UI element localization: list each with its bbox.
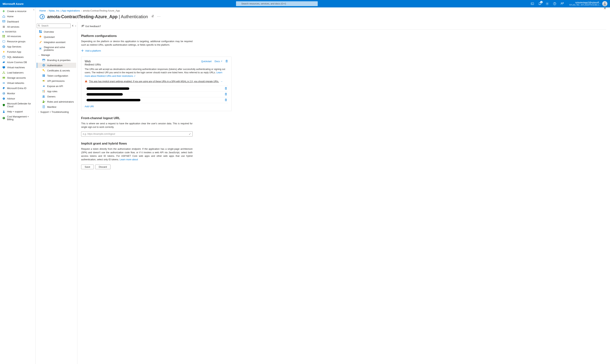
delete-uri-icon[interactable] <box>225 87 228 90</box>
nav-dashboard[interactable]: Dashboard <box>0 19 35 24</box>
blade-overview[interactable]: Overview <box>37 29 76 34</box>
blade-owners[interactable]: Owners <box>37 94 76 99</box>
quickstart-link[interactable]: Quickstart <box>201 60 212 63</box>
global-nav: « Create a resource Home Dashboard All s… <box>0 7 36 364</box>
nav-virtual-networks[interactable]: Virtual networks <box>0 80 35 86</box>
advisor-icon: A <box>2 97 5 100</box>
svg-point-42 <box>3 110 4 112</box>
svg-point-6 <box>555 4 555 5</box>
svg-rect-18 <box>4 35 5 36</box>
logout-url-input[interactable] <box>81 131 192 137</box>
account-button[interactable]: nylastestapp2@nylasoff... NYLAS, INC. (N… <box>568 1 607 6</box>
nav-advisor[interactable]: AAdvisor <box>0 96 35 101</box>
nav-all-services[interactable]: All services <box>0 24 35 29</box>
delete-platform-icon[interactable] <box>225 60 228 63</box>
redirect-uris-heading: Redirect URIs <box>85 63 101 66</box>
nav-resource-groups[interactable]: Resource groups <box>0 39 35 44</box>
svg-point-52 <box>40 36 41 37</box>
blade-group-support[interactable]: ›Support + Troubleshooting <box>37 109 76 115</box>
global-search-input[interactable] <box>236 1 318 6</box>
nav-function-app[interactable]: Function App <box>0 49 35 54</box>
blade-branding[interactable]: Branding & properties <box>37 57 76 63</box>
avatar <box>602 1 607 6</box>
svg-rect-17 <box>2 35 3 36</box>
svg-point-78 <box>86 82 86 82</box>
redacted-uri <box>87 87 129 90</box>
web-card-title: Web <box>85 60 101 63</box>
nav-sql-databases[interactable]: SQL databases <box>0 54 35 60</box>
svg-point-4 <box>547 3 548 4</box>
add-uri-button[interactable]: Add URI <box>85 105 94 108</box>
blade-app-roles[interactable]: App roles <box>37 89 76 94</box>
nav-virtual-machines[interactable]: Virtual machines <box>0 65 35 70</box>
svg-point-69 <box>43 101 44 102</box>
expand-icon[interactable] <box>72 25 74 27</box>
help-icon[interactable] <box>553 2 557 6</box>
redirect-uri-list <box>85 86 228 103</box>
nav-create-resource[interactable]: Create a resource <box>0 9 35 14</box>
brand[interactable]: Microsoft Azure <box>3 2 24 5</box>
redirect-uris-desc: The URIs we will accept as destinations … <box>85 67 228 78</box>
cloud-shell-icon[interactable] <box>530 2 534 6</box>
blade-roles-admins[interactable]: Roles and administrators <box>37 99 76 104</box>
close-icon[interactable]: ✕ <box>604 7 606 10</box>
logout-url-heading: Front-channel logout URL <box>81 116 606 120</box>
branding-icon <box>42 59 45 62</box>
nav-cosmos-db[interactable]: Azure Cosmos DB <box>0 60 35 65</box>
nav-all-resources[interactable]: All resources <box>0 34 35 39</box>
breadcrumb-registrations[interactable]: Nylas, Inc. | App registrations <box>49 9 80 12</box>
blade-api-permissions[interactable]: API permissions <box>37 78 76 83</box>
nav-storage-accounts[interactable]: Storage accounts <box>0 75 35 80</box>
blade-diagnose[interactable]: Diagnose and solve problems <box>37 45 76 52</box>
collapse-nav-icon[interactable]: « <box>33 9 34 11</box>
delete-uri-icon[interactable] <box>225 99 228 102</box>
nav-help-support[interactable]: Help + support <box>0 109 35 114</box>
breadcrumb: Home › Nylas, Inc. | App registrations ›… <box>39 9 606 12</box>
nav-app-services[interactable]: App Services <box>0 44 35 49</box>
svg-point-31 <box>3 71 4 72</box>
loadbalancer-icon <box>2 71 5 74</box>
monitor-icon <box>2 92 5 95</box>
notifications-icon[interactable]: 1 <box>538 2 542 6</box>
blade-certificates[interactable]: Certificates & secrets <box>37 68 76 73</box>
blade-authentication[interactable]: Authentication <box>37 63 76 68</box>
settings-icon[interactable] <box>545 2 549 6</box>
learn-more-implicit-link[interactable]: Learn more about <box>120 158 138 161</box>
collapse-blade-icon[interactable]: « <box>75 25 76 27</box>
save-button[interactable]: Save <box>81 165 94 169</box>
nav-defender[interactable]: Microsoft Defender for Cloud <box>0 101 35 109</box>
svg-rect-35 <box>2 78 5 78</box>
blade-token-config[interactable]: Token configuration <box>37 73 76 78</box>
nav-home[interactable]: Home <box>0 14 35 19</box>
blade-quickstart[interactable]: Quickstart <box>37 34 76 39</box>
svg-rect-60 <box>44 74 45 77</box>
shield-icon <box>2 104 5 106</box>
search-icon <box>38 25 40 27</box>
breadcrumb-home[interactable]: Home <box>39 9 46 12</box>
blade-search-input[interactable] <box>37 24 70 28</box>
blade-group-manage[interactable]: ⌄Manage <box>37 52 76 57</box>
nav-entra-id[interactable]: Microsoft Entra ID <box>0 86 35 91</box>
nav-cost-mgmt[interactable]: $Cost Management + Billing <box>0 114 35 122</box>
svg-rect-2 <box>531 3 534 5</box>
breadcrumb-current: amota-ContractTesting-Azure_App <box>83 9 120 12</box>
function-icon <box>2 50 5 53</box>
svg-rect-20 <box>4 36 5 37</box>
add-platform-button[interactable]: Add a platform <box>81 49 606 52</box>
docs-link[interactable]: Docs ↗ <box>215 60 222 63</box>
feedback-icon[interactable] <box>560 2 564 6</box>
blade-expose-api[interactable]: Expose an API <box>37 83 76 89</box>
discard-button[interactable]: Discard <box>95 165 110 169</box>
pin-icon[interactable] <box>151 15 154 19</box>
migrate-uris-link[interactable]: This app has implicit grant settings ena… <box>89 80 219 83</box>
blade-integration[interactable]: Integration assistant <box>37 39 76 45</box>
delete-uri-icon[interactable] <box>225 93 228 96</box>
key-icon <box>42 69 45 72</box>
redacted-uri <box>87 99 140 101</box>
nav-monitor[interactable]: Monitor <box>0 91 35 96</box>
blade-manifest[interactable]: Manifest <box>37 104 76 109</box>
vm-icon <box>2 66 5 69</box>
more-icon[interactable]: ··· <box>157 15 161 19</box>
feedback-button[interactable]: Got feedback? <box>81 24 606 30</box>
nav-load-balancers[interactable]: Load balancers <box>0 70 35 75</box>
